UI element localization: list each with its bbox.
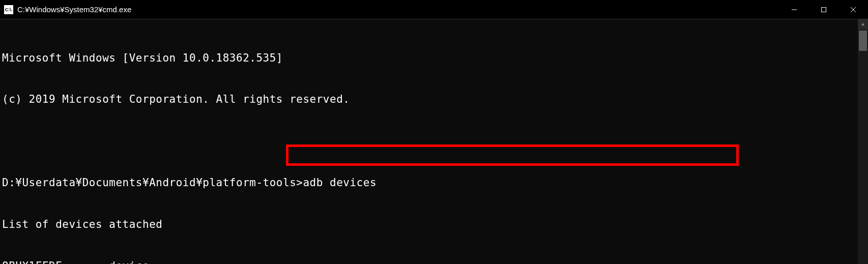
close-button[interactable] (838, 0, 868, 19)
output-line: 8BUX1FFDE device (2, 259, 866, 264)
output-line (2, 134, 866, 148)
titlebar-left: C:\. C:¥Windows¥System32¥cmd.exe (4, 5, 131, 14)
command-text: adb devices (303, 177, 377, 189)
minimize-button[interactable] (779, 0, 809, 19)
output-line: List of devices attached (2, 218, 866, 231)
window-titlebar: C:\. C:¥Windows¥System32¥cmd.exe (0, 0, 868, 19)
svg-marker-4 (861, 23, 864, 25)
window-title: C:¥Windows¥System32¥cmd.exe (17, 5, 131, 14)
scrollbar-thumb[interactable] (859, 31, 867, 51)
prompt-line: D:¥Userdata¥Documents¥Android¥platform-t… (2, 176, 866, 190)
output-line: (c) 2019 Microsoft Corporation. All righ… (2, 93, 866, 106)
scrollbar[interactable] (858, 19, 868, 264)
maximize-button[interactable] (809, 0, 838, 19)
svg-rect-1 (822, 7, 826, 12)
terminal-output[interactable]: Microsoft Windows [Version 10.0.18362.53… (0, 19, 868, 264)
output-line: Microsoft Windows [Version 10.0.18362.53… (2, 51, 866, 65)
window-controls (779, 0, 868, 19)
cmd-icon: C:\. (4, 5, 13, 14)
scrollbar-up-button[interactable] (858, 19, 868, 30)
prompt-path: D:¥Userdata¥Documents¥Android¥platform-t… (2, 177, 303, 189)
